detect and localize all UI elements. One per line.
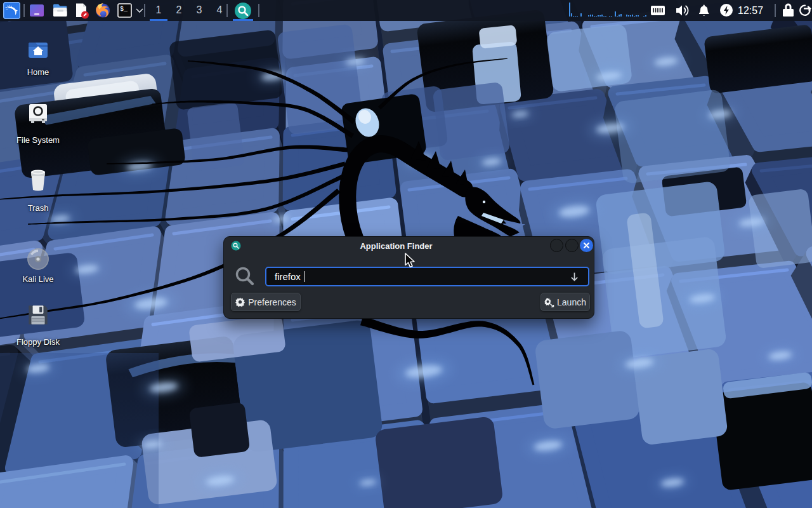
svg-text:$_: $_ [120,6,128,13]
svg-text:12:57: 12:57 [738,5,763,16]
